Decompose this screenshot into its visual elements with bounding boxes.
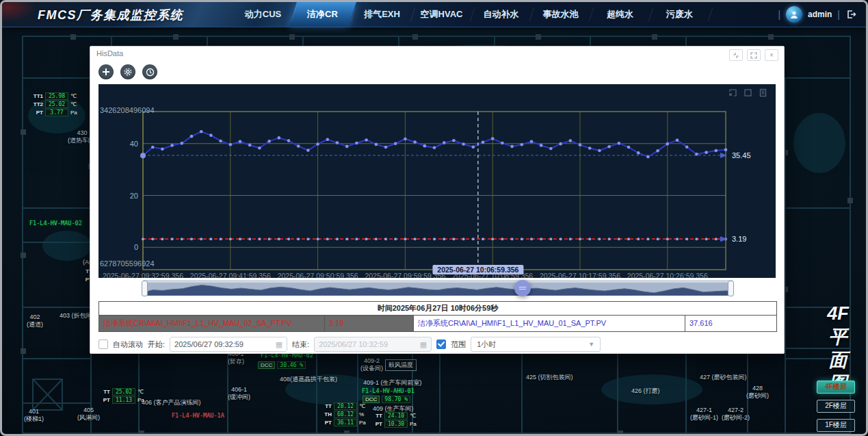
- range-label: 范围: [451, 339, 466, 350]
- start-label: 开始:: [148, 339, 165, 350]
- room-label: 402(通道): [27, 313, 43, 329]
- room-label: 401(楼梯1): [24, 408, 44, 423]
- chart-toolbox: [728, 88, 767, 100]
- cursor-time-label: 2025-06-27 10:06:59.356: [432, 265, 523, 274]
- svg-text:0: 0: [134, 243, 138, 251]
- restore-icon[interactable]: [728, 88, 737, 100]
- pen1-value: 3.19: [325, 316, 414, 331]
- nav-tab[interactable]: 空调HVAC: [412, 2, 471, 27]
- nav-tab[interactable]: 排气EXH: [352, 2, 412, 27]
- interval-select[interactable]: 1小时 ▼: [471, 337, 601, 352]
- auto-scroll-checkbox[interactable]: [98, 339, 108, 349]
- floor-button[interactable]: 4F楼层: [817, 381, 855, 394]
- room-label: 427 (磨砂包装间): [700, 374, 747, 381]
- pen1-tag: 洁净系统CR\AI\AI_HMI\F1_L1_HV_MAU_02_SA_PT.P…: [99, 316, 325, 331]
- svg-text:2025-06-27 10:17:59.356: 2025-06-27 10:17:59.356: [540, 272, 620, 278]
- fullscreen-icon[interactable]: [747, 49, 761, 61]
- slider-left-handle[interactable]: [142, 281, 148, 296]
- nav-tab[interactable]: 污废水: [650, 2, 709, 27]
- svg-text:20: 20: [130, 192, 138, 200]
- nav-tab[interactable]: 事故水池: [531, 2, 590, 27]
- room-label: 403 (折包间): [60, 312, 94, 320]
- svg-text:2025-06-27 09:41:59.356: 2025-06-27 09:41:59.356: [190, 272, 271, 278]
- slider-right-handle[interactable]: [728, 281, 734, 296]
- dcc-badge: DCC98.70 %: [363, 396, 410, 403]
- room-label: 425 (切割包装间): [526, 374, 573, 381]
- room-label: 408(通蒸晶拱干包装): [280, 376, 337, 383]
- dialog-toolbar: [98, 64, 157, 79]
- main-nav: 动力CUS洁净CR排气EXH空调HVAC自动补水事故水池超纯水污废水: [233, 2, 709, 27]
- svg-text:40: 40: [130, 140, 138, 148]
- nav-tab[interactable]: 自动补水: [471, 2, 531, 27]
- floor-button[interactable]: 2F楼层: [817, 400, 855, 413]
- trend-chart: 3426208496094 6278705596924 020402025-06…: [98, 84, 776, 278]
- start-datetime-input[interactable]: 2025/06/27 09:32:59 ▦: [170, 337, 287, 352]
- floor-buttons: 4F楼层2F楼层1F楼层: [817, 381, 855, 432]
- app-title: FMCS厂务集成监控系统: [38, 7, 183, 23]
- screen: TT125.98℃TT225.02℃PT3.77Pa430(道热车间)F1-L4…: [0, 0, 868, 436]
- nav-tab[interactable]: 动力CUS: [233, 2, 293, 27]
- range-checkbox[interactable]: [436, 339, 446, 349]
- floor-button[interactable]: 1F楼层: [817, 419, 855, 432]
- y-axis-max-label: 3426208496094: [100, 106, 155, 114]
- top-bar: FMCS厂务集成监控系统 动力CUS洁净CR排气EXH空调HVAC自动补水事故水…: [2, 2, 866, 27]
- svg-text:3.19: 3.19: [732, 235, 746, 243]
- pen2-value: 37.616: [685, 316, 776, 331]
- room-label: 426 (打磨): [631, 387, 660, 395]
- dcc-badge: DCC30.46 %: [258, 361, 306, 369]
- equipment-tag: F1-L4-HV-MAU-1A: [172, 412, 224, 419]
- sensor-readout: TT24.10℃PT10.30Pa: [371, 412, 417, 428]
- box-zoom-icon[interactable]: [744, 88, 752, 100]
- table-time-header: 时间2025年06月27日 10时06分59秒: [99, 302, 776, 316]
- divider: |: [837, 9, 840, 20]
- room-label: 427-2(磨砂间-2): [722, 407, 750, 422]
- window-controls: ×: [729, 49, 778, 61]
- svg-text:2025-06-27 09:50:59.356: 2025-06-27 09:50:59.356: [278, 272, 358, 278]
- divider: |: [778, 9, 780, 20]
- room-label: 409-2(设备间): [360, 357, 383, 372]
- collapse-icon[interactable]: [729, 49, 743, 61]
- slider-waveform: [143, 283, 733, 296]
- svg-text:35.45: 35.45: [732, 151, 751, 159]
- svg-text:2025-06-27 10:26:59.356: 2025-06-27 10:26:59.356: [627, 272, 708, 278]
- table-row: 洁净系统CR\AI\AI_HMI\F1_L1_HV_MAU_02_SA_PT.P…: [99, 316, 776, 332]
- pen2-tag: 洁净系统CR\AI\AI_HMI\F1_L1_HV_MAU_01_SA_PT.P…: [414, 316, 685, 331]
- dialog-title: HisData: [96, 49, 123, 57]
- time-range-button[interactable]: [142, 64, 157, 79]
- nav-tab[interactable]: 洁净CR: [293, 2, 352, 27]
- room-label: 406-1(缓冲间): [228, 386, 250, 401]
- settings-button[interactable]: [120, 64, 135, 79]
- logout-icon[interactable]: [845, 9, 856, 20]
- sensor-readout: TT28.12℃TH68.12%PT36.11Pa: [321, 402, 366, 426]
- calendar-icon: ▦: [276, 340, 282, 349]
- slider-cursor-handle[interactable]: [514, 280, 531, 296]
- add-curve-button[interactable]: [98, 64, 114, 79]
- chevron-down-icon: ▼: [588, 341, 594, 348]
- user-box: | admin |: [778, 2, 856, 27]
- y-axis-min-label: 6278705596924: [100, 259, 155, 268]
- plot-area: 020402025-06-27 09:32:59.3562025-06-27 0…: [98, 84, 776, 278]
- sensor-readout: TT125.98℃TT225.02℃PT3.77Pa: [32, 92, 77, 116]
- auto-scroll-label: 自动滚动: [113, 339, 143, 350]
- user-name[interactable]: admin: [808, 10, 832, 19]
- sensor-readout: TT25.02℃PT11.13Pa: [99, 388, 144, 404]
- bottom-controls: 自动滚动 开始: 2025/06/27 09:32:59 ▦ 结束: 2025/…: [98, 337, 601, 352]
- end-datetime-input[interactable]: 2025/06/27 10:32:59 ▦: [314, 337, 432, 352]
- room-label: 406 (客户产品演练间): [142, 399, 201, 407]
- calendar-icon: ▦: [420, 340, 427, 349]
- info-box: 鼓风温度: [385, 359, 417, 371]
- user-avatar-icon[interactable]: [786, 6, 802, 23]
- svg-text:2025-06-27 09:32:59.356: 2025-06-27 09:32:59.356: [103, 272, 183, 278]
- equipment-tag: F1-L4-HV-MAU-02: [29, 220, 82, 227]
- room-label: 405(风淋间): [77, 407, 100, 422]
- room-label: 409-1 (生产车间前室): [363, 379, 422, 387]
- equipment-tag: F1-L4-HV-AHU-01: [362, 387, 415, 394]
- value-table: 时间2025年06月27日 10时06分59秒 洁净系统CR\AI\AI_HMI…: [98, 301, 777, 332]
- end-label: 结束:: [292, 339, 309, 350]
- close-icon[interactable]: ×: [765, 49, 778, 61]
- datazoom-slider[interactable]: [143, 280, 733, 296]
- nav-tab[interactable]: 超纯水: [590, 2, 650, 27]
- room-label: 427-1(磨砂间-1): [690, 407, 718, 422]
- hisdata-dialog: HisData ×: [90, 46, 785, 354]
- save-image-icon[interactable]: [759, 88, 767, 100]
